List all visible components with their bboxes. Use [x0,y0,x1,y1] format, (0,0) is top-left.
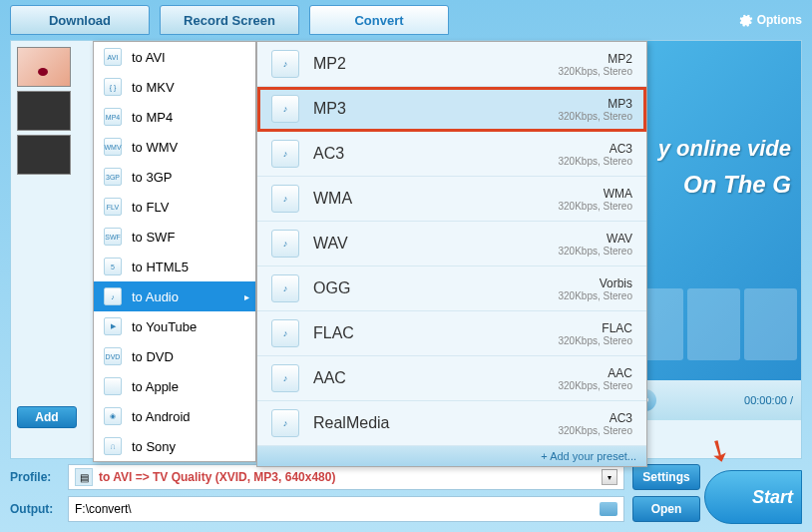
format-item-to-mp4[interactable]: MP4to MP4 [94,102,255,132]
output-path-field[interactable] [68,496,624,522]
audio-item-flac[interactable]: ♪FLACFLAC320Kbps, Stereo [257,311,646,356]
audio-codec: WAV [559,232,633,246]
audio-quality: 320Kbps, Stereo [559,290,633,301]
audio-quality: 320Kbps, Stereo [559,425,633,436]
audio-item-ogg[interactable]: ♪OGGVorbis320Kbps, Stereo [257,266,646,311]
thumbnail-list [17,47,71,179]
thumbnail-item[interactable] [17,47,71,87]
start-button[interactable]: Start [704,470,802,524]
audio-item-ac3[interactable]: ♪AC3AC3320Kbps, Stereo [257,132,646,177]
output-input[interactable] [75,502,600,516]
open-button[interactable]: Open [632,496,700,522]
avi-icon: ▤ [75,468,93,486]
format-item-to-android[interactable]: ◉to Android [94,401,255,431]
format-item-to-mkv[interactable]: { }to MKV [94,72,255,102]
audio-item-aac[interactable]: ♪AACAAC320Kbps, Stereo [257,356,646,401]
chevron-down-icon: ▾ [602,469,617,485]
format-icon: DVD [104,347,122,365]
format-menu: AVIto AVI{ }to MKVMP4to MP4WMVto WMV3GPt… [93,41,256,462]
audio-quality: 320Kbps, Stereo [559,111,633,122]
audio-quality: 320Kbps, Stereo [559,66,633,77]
audio-item-name: RealMedia [313,414,389,432]
add-button[interactable]: Add [17,406,77,428]
format-icon: AVI [104,48,122,66]
audio-quality: 320Kbps, Stereo [559,201,633,212]
format-item-label: to 3GP [132,170,172,185]
playback-bar: ↗ 00:00:00 / [626,380,801,420]
audio-icon: ♪ [271,50,299,78]
audio-icon: ♪ [271,230,299,258]
format-item-to-html5[interactable]: 5to HTML5 [94,252,255,281]
timecode: 00:00:00 / [744,394,793,406]
profile-dropdown[interactable]: ▤ to AVI => TV Quality (XVID, MP3, 640x4… [68,464,624,490]
audio-icon: ♪ [271,274,299,302]
audio-item-wav[interactable]: ♪WAVWAV320Kbps, Stereo [257,222,646,266]
format-icon: MP4 [104,108,122,126]
audio-codec: WMA [559,187,633,201]
gear-icon [737,12,753,28]
promo-text-2: On The G [683,171,791,199]
tab-download[interactable]: Download [10,5,150,35]
format-item-label: to MKV [132,80,175,95]
format-item-to-flv[interactable]: FLVto FLV [94,192,255,222]
output-label: Output: [10,502,60,516]
audio-icon: ♪ [271,319,299,347]
format-icon: ♪ [104,287,122,305]
format-icon: ▶ [104,317,122,335]
format-icon: { } [104,78,122,96]
promo-text-1: y online vide [658,136,791,162]
format-item-to-apple[interactable]: to Apple [94,371,255,401]
audio-item-name: WAV [313,235,348,253]
thumbnail-item[interactable] [17,135,71,175]
audio-icon: ♪ [271,95,299,123]
format-item-label: to FLV [132,200,169,215]
preview-filmstrip [626,288,801,360]
audio-codec: AAC [559,366,633,380]
audio-codec: MP3 [559,97,633,111]
audio-icon: ♪ [271,140,299,168]
format-icon: ◉ [104,407,122,425]
options-button[interactable]: Options [737,12,802,28]
video-preview-panel: y online vide On The G [626,41,801,380]
format-item-to-wmv[interactable]: WMVto WMV [94,132,255,162]
audio-item-name: AAC [313,369,346,387]
format-item-label: to WMV [132,140,178,155]
thumbnail-item[interactable] [17,91,71,131]
format-item-to-swf[interactable]: SWFto SWF [94,222,255,252]
profile-label: Profile: [10,470,60,484]
audio-icon: ♪ [271,185,299,213]
format-item-label: to DVD [132,349,174,364]
format-item-label: to Android [132,409,191,424]
add-preset-button[interactable]: + Add your preset... [257,446,646,466]
format-item-to-youtube[interactable]: ▶to YouTube [94,311,255,341]
audio-item-mp2[interactable]: ♪MP2MP2320Kbps, Stereo [257,42,646,87]
audio-codec: FLAC [559,321,633,335]
format-item-to-dvd[interactable]: DVDto DVD [94,341,255,371]
audio-item-name: MP3 [313,100,346,118]
format-item-label: to MP4 [132,110,173,125]
format-item-label: to Sony [132,439,176,454]
format-icon: 3GP [104,168,122,186]
audio-icon: ♪ [271,364,299,392]
profile-text: to AVI => TV Quality (XVID, MP3, 640x480… [99,470,335,484]
main-content: king Ball AVIto AVI{ }to MKVMP4to MP4WMV… [10,40,802,459]
audio-item-wma[interactable]: ♪WMAWMA320Kbps, Stereo [257,177,646,222]
folder-icon[interactable] [600,502,617,516]
audio-item-name: WMA [313,190,352,208]
audio-quality: 320Kbps, Stereo [559,156,633,167]
audio-item-mp3[interactable]: ♪MP3MP3320Kbps, Stereo [257,87,646,132]
audio-icon: ♪ [271,409,299,437]
audio-item-realmedia[interactable]: ♪RealMediaAC3320Kbps, Stereo [257,401,646,446]
audio-codec: AC3 [559,142,633,156]
format-item-label: to YouTube [132,319,197,334]
format-item-to-sony[interactable]: ⎍to Sony [94,431,255,461]
settings-button[interactable]: Settings [632,464,700,490]
tab-convert[interactable]: Convert [309,5,449,35]
format-icon [104,377,122,395]
tab-record-screen[interactable]: Record Screen [160,5,299,35]
format-item-to-3gp[interactable]: 3GPto 3GP [94,162,255,192]
format-item-label: to SWF [132,230,175,245]
format-item-to-audio[interactable]: ♪to Audio [94,281,255,311]
format-icon: ⎍ [104,437,122,455]
format-item-to-avi[interactable]: AVIto AVI [94,42,255,72]
